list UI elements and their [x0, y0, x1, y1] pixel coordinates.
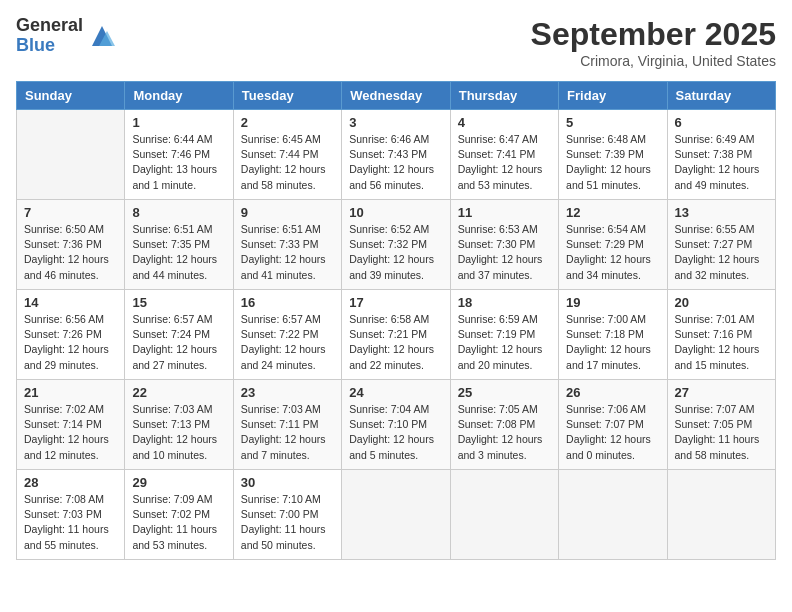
calendar-cell: 26Sunrise: 7:06 AM Sunset: 7:07 PM Dayli…: [559, 380, 667, 470]
calendar-cell: 16Sunrise: 6:57 AM Sunset: 7:22 PM Dayli…: [233, 290, 341, 380]
day-number: 15: [132, 295, 225, 310]
calendar-cell: 29Sunrise: 7:09 AM Sunset: 7:02 PM Dayli…: [125, 470, 233, 560]
logo-blue: Blue: [16, 36, 83, 56]
calendar-title: September 2025: [531, 16, 776, 53]
day-info: Sunrise: 6:53 AM Sunset: 7:30 PM Dayligh…: [458, 222, 551, 283]
day-info: Sunrise: 7:07 AM Sunset: 7:05 PM Dayligh…: [675, 402, 768, 463]
day-number: 14: [24, 295, 117, 310]
day-header-friday: Friday: [559, 82, 667, 110]
calendar-cell: 19Sunrise: 7:00 AM Sunset: 7:18 PM Dayli…: [559, 290, 667, 380]
calendar-cell: 10Sunrise: 6:52 AM Sunset: 7:32 PM Dayli…: [342, 200, 450, 290]
day-number: 17: [349, 295, 442, 310]
calendar-cell: 25Sunrise: 7:05 AM Sunset: 7:08 PM Dayli…: [450, 380, 558, 470]
day-info: Sunrise: 6:49 AM Sunset: 7:38 PM Dayligh…: [675, 132, 768, 193]
day-number: 18: [458, 295, 551, 310]
calendar-cell: 30Sunrise: 7:10 AM Sunset: 7:00 PM Dayli…: [233, 470, 341, 560]
day-number: 8: [132, 205, 225, 220]
day-number: 11: [458, 205, 551, 220]
calendar-cell: 15Sunrise: 6:57 AM Sunset: 7:24 PM Dayli…: [125, 290, 233, 380]
day-number: 10: [349, 205, 442, 220]
day-number: 4: [458, 115, 551, 130]
day-header-thursday: Thursday: [450, 82, 558, 110]
day-number: 24: [349, 385, 442, 400]
calendar-location: Crimora, Virginia, United States: [531, 53, 776, 69]
day-header-wednesday: Wednesday: [342, 82, 450, 110]
day-number: 25: [458, 385, 551, 400]
day-info: Sunrise: 6:56 AM Sunset: 7:26 PM Dayligh…: [24, 312, 117, 373]
day-info: Sunrise: 7:08 AM Sunset: 7:03 PM Dayligh…: [24, 492, 117, 553]
calendar-cell: 11Sunrise: 6:53 AM Sunset: 7:30 PM Dayli…: [450, 200, 558, 290]
day-number: 19: [566, 295, 659, 310]
week-row-1: 1Sunrise: 6:44 AM Sunset: 7:46 PM Daylig…: [17, 110, 776, 200]
week-row-5: 28Sunrise: 7:08 AM Sunset: 7:03 PM Dayli…: [17, 470, 776, 560]
calendar-cell: 2Sunrise: 6:45 AM Sunset: 7:44 PM Daylig…: [233, 110, 341, 200]
calendar-cell: 3Sunrise: 6:46 AM Sunset: 7:43 PM Daylig…: [342, 110, 450, 200]
calendar-cell: 17Sunrise: 6:58 AM Sunset: 7:21 PM Dayli…: [342, 290, 450, 380]
day-header-saturday: Saturday: [667, 82, 775, 110]
day-info: Sunrise: 7:05 AM Sunset: 7:08 PM Dayligh…: [458, 402, 551, 463]
day-info: Sunrise: 7:02 AM Sunset: 7:14 PM Dayligh…: [24, 402, 117, 463]
day-info: Sunrise: 6:59 AM Sunset: 7:19 PM Dayligh…: [458, 312, 551, 373]
day-number: 26: [566, 385, 659, 400]
day-number: 12: [566, 205, 659, 220]
day-number: 28: [24, 475, 117, 490]
day-number: 1: [132, 115, 225, 130]
day-info: Sunrise: 7:03 AM Sunset: 7:13 PM Dayligh…: [132, 402, 225, 463]
day-info: Sunrise: 7:10 AM Sunset: 7:00 PM Dayligh…: [241, 492, 334, 553]
day-info: Sunrise: 7:00 AM Sunset: 7:18 PM Dayligh…: [566, 312, 659, 373]
day-info: Sunrise: 6:55 AM Sunset: 7:27 PM Dayligh…: [675, 222, 768, 283]
day-number: 30: [241, 475, 334, 490]
day-number: 27: [675, 385, 768, 400]
day-number: 13: [675, 205, 768, 220]
day-number: 21: [24, 385, 117, 400]
calendar-cell: [17, 110, 125, 200]
day-number: 2: [241, 115, 334, 130]
day-info: Sunrise: 6:44 AM Sunset: 7:46 PM Dayligh…: [132, 132, 225, 193]
calendar-cell: 8Sunrise: 6:51 AM Sunset: 7:35 PM Daylig…: [125, 200, 233, 290]
day-number: 6: [675, 115, 768, 130]
day-info: Sunrise: 7:04 AM Sunset: 7:10 PM Dayligh…: [349, 402, 442, 463]
calendar-cell: 23Sunrise: 7:03 AM Sunset: 7:11 PM Dayli…: [233, 380, 341, 470]
day-number: 22: [132, 385, 225, 400]
day-info: Sunrise: 6:46 AM Sunset: 7:43 PM Dayligh…: [349, 132, 442, 193]
day-info: Sunrise: 6:47 AM Sunset: 7:41 PM Dayligh…: [458, 132, 551, 193]
day-info: Sunrise: 6:54 AM Sunset: 7:29 PM Dayligh…: [566, 222, 659, 283]
day-header-monday: Monday: [125, 82, 233, 110]
calendar-cell: 6Sunrise: 6:49 AM Sunset: 7:38 PM Daylig…: [667, 110, 775, 200]
day-info: Sunrise: 7:03 AM Sunset: 7:11 PM Dayligh…: [241, 402, 334, 463]
day-info: Sunrise: 7:09 AM Sunset: 7:02 PM Dayligh…: [132, 492, 225, 553]
day-number: 3: [349, 115, 442, 130]
calendar-cell: 18Sunrise: 6:59 AM Sunset: 7:19 PM Dayli…: [450, 290, 558, 380]
week-row-2: 7Sunrise: 6:50 AM Sunset: 7:36 PM Daylig…: [17, 200, 776, 290]
week-row-4: 21Sunrise: 7:02 AM Sunset: 7:14 PM Dayli…: [17, 380, 776, 470]
logo-general: General: [16, 16, 83, 36]
calendar-cell: 9Sunrise: 6:51 AM Sunset: 7:33 PM Daylig…: [233, 200, 341, 290]
day-info: Sunrise: 6:52 AM Sunset: 7:32 PM Dayligh…: [349, 222, 442, 283]
calendar-cell: 21Sunrise: 7:02 AM Sunset: 7:14 PM Dayli…: [17, 380, 125, 470]
day-info: Sunrise: 7:06 AM Sunset: 7:07 PM Dayligh…: [566, 402, 659, 463]
day-number: 23: [241, 385, 334, 400]
calendar-cell: 20Sunrise: 7:01 AM Sunset: 7:16 PM Dayli…: [667, 290, 775, 380]
calendar-cell: 27Sunrise: 7:07 AM Sunset: 7:05 PM Dayli…: [667, 380, 775, 470]
day-number: 20: [675, 295, 768, 310]
day-number: 16: [241, 295, 334, 310]
day-info: Sunrise: 6:51 AM Sunset: 7:33 PM Dayligh…: [241, 222, 334, 283]
day-info: Sunrise: 6:50 AM Sunset: 7:36 PM Dayligh…: [24, 222, 117, 283]
day-info: Sunrise: 7:01 AM Sunset: 7:16 PM Dayligh…: [675, 312, 768, 373]
day-number: 7: [24, 205, 117, 220]
logo-icon: [87, 21, 117, 51]
calendar-cell: 14Sunrise: 6:56 AM Sunset: 7:26 PM Dayli…: [17, 290, 125, 380]
day-info: Sunrise: 6:51 AM Sunset: 7:35 PM Dayligh…: [132, 222, 225, 283]
title-block: September 2025 Crimora, Virginia, United…: [531, 16, 776, 69]
calendar-cell: [667, 470, 775, 560]
calendar-cell: 5Sunrise: 6:48 AM Sunset: 7:39 PM Daylig…: [559, 110, 667, 200]
calendar-cell: [559, 470, 667, 560]
calendar-cell: 4Sunrise: 6:47 AM Sunset: 7:41 PM Daylig…: [450, 110, 558, 200]
page-header: General Blue September 2025 Crimora, Vir…: [16, 16, 776, 69]
calendar-header-row: SundayMondayTuesdayWednesdayThursdayFrid…: [17, 82, 776, 110]
day-number: 5: [566, 115, 659, 130]
day-info: Sunrise: 6:58 AM Sunset: 7:21 PM Dayligh…: [349, 312, 442, 373]
calendar-cell: [342, 470, 450, 560]
day-header-tuesday: Tuesday: [233, 82, 341, 110]
day-info: Sunrise: 6:45 AM Sunset: 7:44 PM Dayligh…: [241, 132, 334, 193]
